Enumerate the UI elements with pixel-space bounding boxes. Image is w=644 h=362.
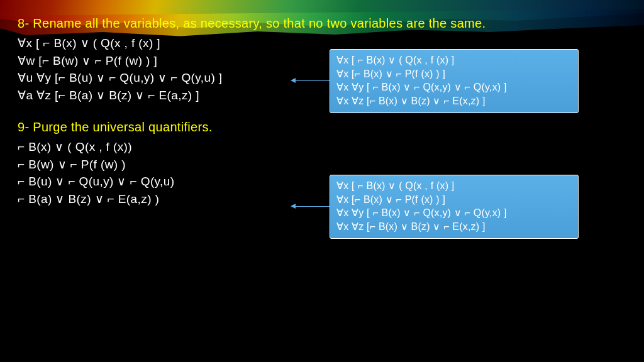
section8-heading: 8- Rename all the variables, as necessar… [18, 16, 628, 31]
callout-line: ∀x ∀y [ ⌐ B(x) ∨ ⌐ Q(x,y) ∨ ⌐ Q(y,x) ] [336, 206, 572, 220]
callout-box-top: ∀x [ ⌐ B(x) ∨ ( Q(x , f (x) ] ∀x [⌐ B(x)… [330, 49, 579, 113]
callout-line: ∀x ∀z [⌐ B(x) ∨ B(z) ∨ ⌐ E(x,z) ] [336, 220, 572, 234]
callout-line: ∀x ∀y [ ⌐ B(x) ∨ ⌐ Q(x,y) ∨ ⌐ Q(y,x) ] [336, 80, 572, 94]
callout-line: ∀x [ ⌐ B(x) ∨ ( Q(x , f (x) ] [336, 53, 572, 67]
callout-box-bottom: ∀x [ ⌐ B(x) ∨ ( Q(x , f (x) ] ∀x [⌐ B(x)… [330, 175, 579, 239]
callout-line: ∀x [⌐ B(x) ∨ ⌐ P(f (x) ) ] [336, 67, 572, 81]
section9-line: ⌐ B(w) ∨ ⌐ P(f (w) ) [18, 156, 628, 173]
section9-line: ⌐ B(x) ∨ ( Q(x , f (x)) [18, 138, 628, 156]
callout-line: ∀x ∀z [⌐ B(x) ∨ B(z) ∨ ⌐ E(x,z) ] [336, 94, 572, 108]
callout-line: ∀x [⌐ B(x) ∨ ⌐ P(f (x) ) ] [336, 193, 572, 207]
section9-heading: 9- Purge the universal quantifiers. [18, 120, 628, 134]
arrow-icon [293, 80, 330, 81]
callout-line: ∀x [ ⌐ B(x) ∨ ( Q(x , f (x) ] [336, 179, 572, 193]
arrow-icon [293, 206, 330, 207]
